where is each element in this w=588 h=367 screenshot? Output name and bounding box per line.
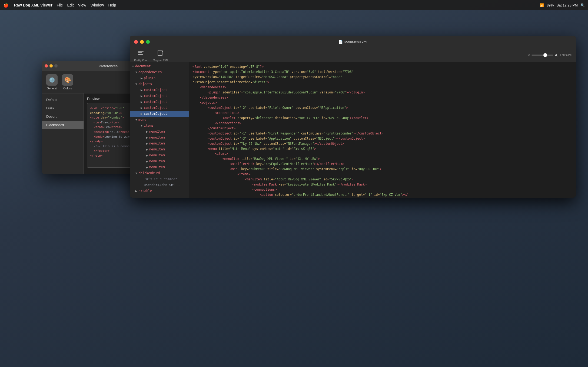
tree-item-customobject-2[interactable]: ▶ customObject [130,93,189,99]
code-panel[interactable]: <?xml version="1.0" encoding="UTF-8"?> <… [189,62,576,198]
code-line: <customObject id="-3" userLabel="Applica… [192,136,573,141]
theme-blackboard[interactable]: Blackboard [42,121,84,129]
expand-icon: ▶ [145,165,149,169]
tree-label: customObject [144,112,167,116]
code-line: <document type="com.apple.InterfaceBuild… [192,69,573,75]
tree-label: dependencies [138,70,162,74]
tree-label-comment: This is a comment [144,177,177,181]
menubar-right: 📶 89% Sat 12:23 PM 🔍 [540,3,585,7]
theme-desert[interactable]: Desert [42,112,84,121]
tree-label: customObject [144,106,167,110]
tree-item-customobject-4[interactable]: ▶ customObject [130,105,189,111]
window-menu[interactable]: Window [91,3,104,7]
main-body: ▼ document ▼ dependencies ▶ plugIn ▼ obj… [130,62,576,198]
general-label: General [46,87,57,90]
expand-icon: ▶ [145,153,149,157]
code-line: <outlet property="delegate" destination=… [192,116,573,121]
font-size-slider[interactable]: A A [528,53,557,57]
tree-item-menuitem-5[interactable]: ▶ menuItem [130,152,189,158]
code-line: systemVersion="14D136" targetRuntime="Ma… [192,75,573,80]
expand-icon: ▶ [145,159,149,163]
pref-window-title: Preferences [99,64,118,68]
tree-item-dependencies[interactable]: ▼ dependencies [130,69,189,75]
code-line: </connections> [192,121,573,126]
expand-icon: ▶ [139,88,144,92]
original-xml-label: Original XML [153,59,168,62]
close-button[interactable] [45,64,48,68]
font-size-area: A A Font Size [528,53,572,57]
tree-item-plugin[interactable]: ▶ plugIn [130,75,189,81]
tree-item-customobject-5[interactable]: ▶ customObject [130,111,189,117]
view-menu[interactable]: View [78,3,86,7]
code-line: <?xml version="1.0" encoding="UTF-8"?> [192,64,573,69]
code-line: </dependencies> [192,95,573,100]
tree-item-customobject-1[interactable]: ▶ customObject [130,87,189,93]
tree-item-menuitem-4[interactable]: ▶ menuItem [130,146,189,152]
expand-icon: ▶ [139,100,144,104]
theme-default[interactable]: Default [42,96,84,104]
main-close-button[interactable] [134,40,138,44]
tree-item-menuitem-1[interactable]: ▶ menuItem [130,129,189,134]
theme-dusk[interactable]: Dusk [42,104,84,112]
code-line: <modifierMask key="keyEquivalentModifier… [192,161,573,167]
tree-label: menu [138,118,146,122]
pretty-print-button[interactable]: Pretty Print [134,48,147,62]
code-line: <menu title="Main Menu" systemMenu="main… [192,146,573,151]
expand-icon: ▼ [131,64,135,68]
tree-item-menu[interactable]: ▼ menu [130,117,189,123]
code-line: <customObject id="-2" userLabel="File's … [192,105,573,110]
main-window-title: 📄 MainMenu.xml [338,40,367,44]
tree-label: menuItem [149,165,165,169]
main-maximize-button[interactable] [146,40,150,44]
help-menu[interactable]: Help [108,3,116,7]
expand-icon: ▼ [134,171,138,175]
tree-label: menuItem [149,130,165,133]
tree-label: menuItem [149,136,165,139]
expand-icon: ▶ [145,141,149,146]
tree-item-items[interactable]: ▼ items [130,123,189,129]
tree-item-menuitem-7[interactable]: ▶ menuItem [130,164,189,170]
tree-panel[interactable]: ▼ document ▼ dependencies ▶ plugIn ▼ obj… [130,62,189,198]
tree-item-customobject-3[interactable]: ▶ customObject [130,99,189,105]
tree-item-sender[interactable]: ▶ <sender>John Smi... [130,182,189,188]
tree-item-menuitem-6[interactable]: ▶ menuItem [130,158,189,164]
tree-item-htable[interactable]: ▶ h:table [130,188,189,194]
expand-icon: ▶ [145,129,149,134]
tree-item-menuitem-2[interactable]: ▶ menuItem [130,134,189,140]
code-line: customObjectInstantiationMethod="direct"… [192,80,573,85]
tree-item-menuitem-3[interactable]: ▶ menuItem [130,140,189,146]
tree-item-objects[interactable]: ▼ objects [130,81,189,87]
main-titlebar: 📄 MainMenu.xml [130,36,576,48]
apple-menu-icon[interactable]: 🍎 [3,3,9,8]
tree-item-document[interactable]: ▼ document [130,63,189,69]
main-minimize-button[interactable] [140,40,144,44]
font-size-label: Font Size [560,53,572,56]
tree-label: objects [138,82,152,86]
expand-icon: ▼ [134,117,138,122]
tree-label: items [144,124,154,127]
tree-label: menuItem [149,159,165,163]
main-window: 📄 MainMenu.xml Pretty Print Orig [130,36,576,198]
tree-label: menuItem [149,153,165,157]
tree-item-comment[interactable]: ▶ This is a comment [130,176,189,182]
colors-label: Colors [63,87,72,90]
pref-colors-tab[interactable]: 🎨 Colors [62,74,73,90]
app-name: Raw Dog XML Viewer [14,3,52,7]
code-line: <customObject id="YLy-65-1bz" customClas… [192,141,573,146]
tree-label: document [135,64,151,68]
pref-general-tab[interactable]: ⚙️ General [46,74,58,90]
minimize-button[interactable] [49,64,53,68]
tree-item-chickenbird[interactable]: ▼ chickenbird [130,170,189,176]
edit-menu[interactable]: Edit [67,3,74,7]
search-icon[interactable]: 🔍 [580,3,585,7]
expand-icon: ▶ [139,76,144,80]
code-line: <dependencies> [192,85,573,90]
colors-icon: 🎨 [62,74,73,86]
expand-icon: ▼ [139,123,144,128]
code-line: <items> [192,172,573,177]
original-xml-button[interactable]: Original XML [153,48,168,62]
svg-rect-3 [158,50,162,56]
file-menu[interactable]: File [57,3,63,7]
expand-icon: ▶ [139,106,144,110]
code-line: <items> [192,151,573,156]
